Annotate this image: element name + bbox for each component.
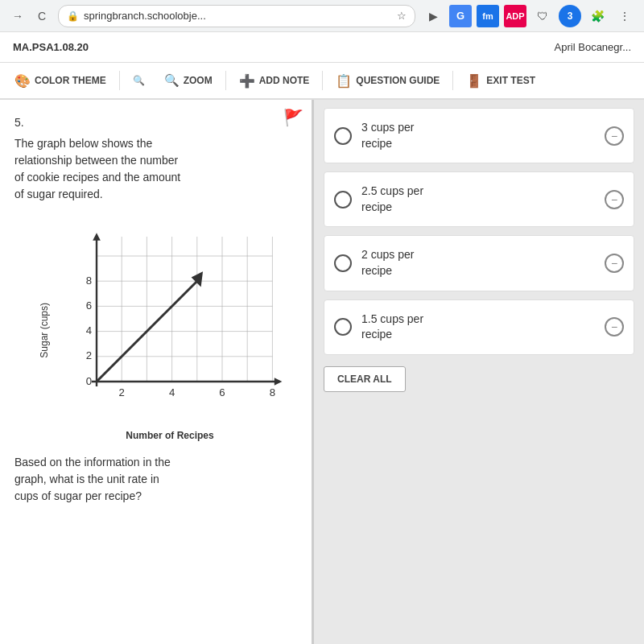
question-panel: 🚩 5. The graph below shows the relations…: [0, 100, 314, 644]
shield-icon[interactable]: 🛡: [531, 5, 554, 27]
exit-test-button[interactable]: 🚪 EXIT TEST: [458, 68, 543, 93]
url-text: springbranch.schoolobje...: [84, 10, 206, 22]
main-content: 🚩 5. The graph below shows the relations…: [0, 100, 644, 644]
question-guide-icon: 📋: [336, 73, 352, 89]
add-note-label: ADD NOTE: [259, 75, 310, 86]
extensions-icon[interactable]: 🧩: [586, 5, 609, 27]
answer-text-c: 2 cups perrecipe: [361, 247, 595, 279]
add-note-button[interactable]: ➕ ADD NOTE: [231, 68, 318, 93]
adp-icon[interactable]: ADP: [504, 5, 526, 27]
zoom-in-icon: 🔍: [164, 73, 180, 88]
separator-4: [452, 71, 453, 90]
color-theme-label: COLOR THEME: [35, 75, 106, 86]
svg-marker-16: [93, 233, 101, 241]
fm-icon[interactable]: fm: [477, 5, 499, 27]
toolbar: 🎨 COLOR THEME 🔍 🔍 ZOOM ➕ ADD NOTE 📋 QUES…: [0, 63, 644, 100]
bottom-line3: cups of sugar per recipe?: [14, 489, 142, 502]
svg-text:4: 4: [86, 324, 92, 336]
answer-option-a[interactable]: 3 cups perrecipe −: [324, 108, 634, 163]
refresh-button[interactable]: C: [32, 6, 52, 26]
svg-marker-17: [275, 378, 283, 386]
question-line4: of sugar required.: [14, 188, 103, 200]
svg-text:2: 2: [86, 349, 92, 361]
clear-all-button[interactable]: CLEAR ALL: [324, 366, 406, 392]
radio-c[interactable]: [334, 254, 352, 272]
flag-button[interactable]: 🚩: [283, 108, 303, 127]
zoom-out-button[interactable]: 🔍: [125, 70, 153, 91]
answer-text-d: 1.5 cups perrecipe: [361, 312, 595, 343]
graph-wrapper: Sugar (cups): [39, 219, 297, 441]
graph-container: 0 2 4 6 8 2 4 6 8: [61, 227, 287, 420]
question-line2: relationship between the number: [14, 154, 178, 167]
svg-text:4: 4: [169, 386, 175, 398]
answers-panel: 3 cups perrecipe − 2.5 cups perrecipe − …: [314, 100, 644, 644]
question-line1: The graph below shows the: [14, 137, 152, 150]
svg-text:6: 6: [86, 299, 92, 312]
address-bar[interactable]: 🔒 springbranch.schoolobje... ☆: [58, 5, 415, 27]
browser-icons: ▶ G fm ADP 🛡 3 🧩 ⋮: [422, 5, 636, 27]
bookmark-icon[interactable]: ☆: [397, 10, 407, 22]
bottom-line2: graph, what is the unit rate in: [14, 473, 159, 485]
x-axis-label: Number of Recipes: [53, 430, 287, 441]
play-icon[interactable]: ▶: [422, 5, 444, 27]
eliminate-btn-b[interactable]: −: [605, 190, 624, 209]
svg-text:8: 8: [86, 275, 92, 287]
radio-b[interactable]: [334, 191, 352, 208]
answer-option-c[interactable]: 2 cups perrecipe −: [324, 235, 634, 291]
eliminate-btn-d[interactable]: −: [605, 317, 624, 336]
radio-d[interactable]: [334, 318, 352, 336]
browser-nav: → C: [8, 6, 52, 26]
answer-text-b: 2.5 cups perrecipe: [361, 184, 595, 215]
menu-icon[interactable]: ⋮: [613, 5, 636, 27]
bottom-question: Based on the information in the graph, w…: [14, 454, 297, 505]
add-note-icon: ➕: [239, 73, 255, 89]
browser-bar: → C 🔒 springbranch.schoolobje... ☆ ▶ G f…: [0, 0, 644, 32]
svg-text:6: 6: [219, 386, 225, 398]
g-icon[interactable]: G: [449, 5, 472, 27]
answer-option-d[interactable]: 1.5 cups perrecipe −: [324, 299, 634, 355]
user-name: April Bocanegr...: [555, 41, 631, 53]
zoom-out-icon: 🔍: [133, 75, 145, 86]
question-number: 5.: [14, 116, 297, 129]
app-header: MA.PSA1.08.20 April Bocanegr...: [0, 32, 644, 63]
separator-2: [225, 71, 226, 90]
palette-icon: 🎨: [14, 73, 31, 89]
separator-1: [119, 71, 120, 90]
zoom-label: ZOOM: [184, 75, 213, 86]
color-theme-button[interactable]: 🎨 COLOR THEME: [6, 68, 114, 93]
svg-text:0: 0: [86, 375, 92, 387]
y-axis-label: Sugar (cups): [39, 303, 50, 358]
question-line3: of cookie recipes and the amount: [14, 171, 180, 184]
zoom-in-button[interactable]: 🔍 ZOOM: [156, 68, 221, 93]
exit-test-label: EXIT TEST: [486, 75, 535, 86]
question-guide-label: QUESTION GUIDE: [356, 75, 440, 86]
eliminate-btn-c[interactable]: −: [605, 254, 624, 273]
app-id: MA.PSA1.08.20: [13, 41, 89, 53]
eliminate-btn-a[interactable]: −: [605, 126, 624, 146]
profile-icon[interactable]: 3: [559, 5, 581, 27]
question-guide-button[interactable]: 📋 QUESTION GUIDE: [328, 68, 448, 93]
svg-text:2: 2: [119, 386, 125, 398]
answer-text-a: 3 cups perrecipe: [361, 120, 595, 151]
back-button[interactable]: →: [8, 6, 27, 26]
lock-icon: 🔒: [67, 10, 79, 22]
question-text: The graph below shows the relationship b…: [14, 135, 297, 203]
svg-text:8: 8: [270, 386, 275, 398]
graph-svg: 0 2 4 6 8 2 4 6 8: [61, 227, 287, 420]
bottom-line1: Based on the information in the: [14, 456, 171, 469]
exit-test-icon: 🚪: [466, 73, 482, 89]
answer-option-b[interactable]: 2.5 cups perrecipe −: [324, 171, 634, 227]
separator-3: [322, 71, 323, 90]
radio-a[interactable]: [334, 127, 352, 145]
graph-and-xlabel: 0 2 4 6 8 2 4 6 8: [53, 219, 287, 441]
